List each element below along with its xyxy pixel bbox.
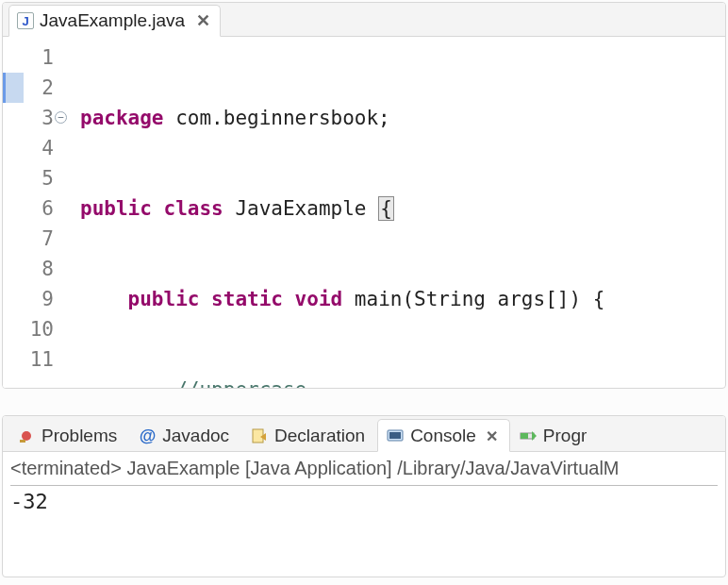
svg-point-0 (22, 431, 31, 441)
tab-progress[interactable]: Progr (510, 419, 599, 451)
code-content[interactable]: package com.beginnersbook; public class … (59, 42, 665, 389)
problems-icon (17, 426, 36, 445)
code-area[interactable]: 1 2 3− 4 5 6 7 8 9 10 11 package com.beg… (3, 37, 725, 389)
gutter-marker (3, 73, 24, 103)
java-file-icon: J (17, 12, 34, 29)
bottom-tab-bar: Problems @ Javadoc Declaration Console ✕… (3, 416, 725, 452)
tab-declaration[interactable]: Declaration (241, 419, 377, 451)
tab-console[interactable]: Console ✕ (377, 419, 510, 452)
console-icon (386, 426, 405, 445)
tab-javadoc[interactable]: @ Javadoc (129, 419, 241, 451)
javadoc-icon: @ (138, 426, 157, 445)
gutter-marker-column (3, 42, 24, 389)
matching-brace: { (378, 196, 394, 221)
editor-tab-bar: J JavaExample.java ✕ (3, 3, 725, 37)
console-body: <terminated> JavaExample [Java Applicati… (3, 452, 725, 521)
bottom-panel: Problems @ Javadoc Declaration Console ✕… (2, 415, 726, 577)
tab-problems[interactable]: Problems (8, 419, 129, 451)
close-icon[interactable]: ✕ (486, 427, 498, 445)
editor-tab-title: JavaExample.java (40, 10, 185, 31)
console-output: -32 (10, 486, 718, 513)
svg-rect-1 (20, 440, 25, 443)
editor-tab-javaexample[interactable]: J JavaExample.java ✕ (8, 5, 221, 37)
declaration-icon (250, 426, 269, 445)
progress-icon (519, 426, 538, 445)
console-status: <terminated> JavaExample [Java Applicati… (10, 456, 718, 486)
fold-toggle-icon[interactable]: − (55, 111, 67, 124)
line-number-gutter: 1 2 3− 4 5 6 7 8 9 10 11 (24, 42, 59, 389)
svg-rect-6 (521, 433, 528, 439)
svg-rect-4 (389, 432, 401, 439)
close-icon[interactable]: ✕ (196, 10, 210, 31)
editor-panel: J JavaExample.java ✕ 1 2 3− 4 5 6 7 8 9 … (2, 2, 726, 389)
svg-rect-2 (253, 429, 263, 443)
